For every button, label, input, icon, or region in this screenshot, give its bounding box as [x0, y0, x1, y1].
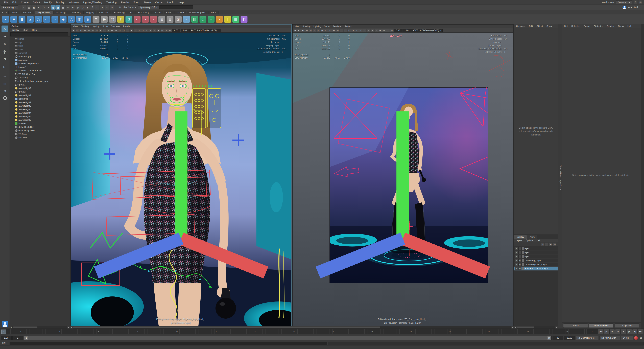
move-layer-up-icon[interactable]: ◨ — [541, 242, 544, 246]
quad-draw-icon[interactable]: ▦ — [232, 16, 239, 23]
playback-start-field[interactable]: 1 — [12, 336, 23, 340]
shelf-tab[interactable]: FX Caching — [135, 10, 152, 14]
render-current-frame-icon[interactable]: ◑ — [100, 5, 104, 10]
layer-visibility-toggle[interactable]: V — [515, 259, 518, 262]
current-time-field[interactable]: 1 — [587, 329, 598, 334]
attribute-editor-button[interactable]: Load Attributes — [589, 324, 614, 328]
menu-item[interactable]: Windows — [66, 1, 81, 4]
redo-icon[interactable]: ↷ — [42, 5, 46, 10]
bevel-icon[interactable]: ◇ — [200, 16, 206, 23]
expand-icon[interactable]: ▸ — [12, 133, 14, 135]
step-forward-key-button[interactable]: |▶ — [626, 329, 632, 334]
textured-icon[interactable]: ◐ — [134, 29, 137, 32]
expand-icon[interactable]: ▸ — [12, 84, 14, 86]
shelf-menu-icon[interactable]: ▾ — [1, 11, 4, 14]
shelf-tab[interactable]: XGen — [208, 10, 219, 14]
poly-cylinder-icon[interactable]: ▮ — [18, 16, 26, 23]
rotate-tool[interactable]: ↻ — [2, 56, 8, 62]
shelf-tab[interactable]: Rendering — [112, 10, 127, 14]
open-render-view-icon[interactable]: ◐ — [95, 5, 99, 10]
poly-sphere-icon[interactable]: ● — [2, 16, 9, 23]
wireframe-icon[interactable]: ◇ — [126, 29, 129, 32]
outliner-item[interactable]: camera1 — [10, 51, 70, 55]
view-transform-dropdown[interactable]: ACES 1.0 SDR-video (sRGB)▾ — [411, 29, 442, 32]
safe-action-icon[interactable]: □ — [118, 29, 122, 32]
outliner-item[interactable]: MICR06 — [10, 136, 70, 139]
viewport-menu-item[interactable]: Lighting — [90, 25, 101, 28]
sort-layers-icon[interactable]: ≡ — [545, 242, 548, 246]
outliner-hscrollbar[interactable]: ◀▶ — [10, 326, 70, 328]
safe-title-icon[interactable]: ▢ — [344, 29, 347, 32]
outliner-item[interactable]: MASH1_Transform_loc — [10, 69, 70, 72]
open-scene-icon[interactable]: ▨ — [27, 5, 31, 10]
layer-playback-toggle[interactable] — [518, 251, 522, 254]
menu-item[interactable]: Display — [54, 1, 66, 4]
step-forward-frame-button[interactable]: ▶| — [632, 329, 638, 334]
insert-edge-loop-icon[interactable]: ∥ — [224, 16, 231, 23]
sidebar-tab-channel-box[interactable]: Channel Box / Layer Editor — [558, 24, 562, 328]
layer-color-swatch[interactable] — [522, 267, 524, 270]
outliner-item[interactable]: MASH1 — [10, 122, 70, 125]
menu-item[interactable]: Create — [19, 1, 31, 4]
snap-view-plane-icon[interactable]: ◇ — [80, 5, 85, 10]
use-all-lights-icon[interactable]: ☀ — [138, 29, 141, 32]
menu-item[interactable]: Cache — [153, 1, 165, 4]
character-set-dropdown[interactable]: No Character Set▾ — [576, 336, 599, 340]
poly-pipe-icon[interactable]: ◫ — [76, 16, 83, 23]
paint-select-tool[interactable]: ≈ — [2, 40, 8, 47]
channel-box-menu-item[interactable]: Channels — [514, 25, 527, 27]
poly-pyramid-icon[interactable]: △ — [68, 16, 75, 23]
zoom-tool-icon[interactable] — [3, 96, 7, 100]
attribute-editor-menu-item[interactable]: Attributes — [592, 25, 605, 27]
outliner-filter-icon[interactable]: ▾ — [68, 33, 69, 35]
grid-icon[interactable]: ▦ — [99, 29, 102, 32]
extract-icon[interactable]: ⊠ — [175, 16, 182, 23]
shelf-tab[interactable]: Rigging — [84, 10, 96, 14]
outliner-item[interactable]: persp — [10, 37, 70, 40]
outliner-item[interactable]: ▸ tsk1:microphone_master_grp — [10, 80, 70, 83]
poly-disc-icon[interactable]: ○ — [51, 16, 58, 23]
command-language-toggle[interactable]: MEL — [0, 342, 9, 344]
attribute-editor-menu-item[interactable]: Show — [616, 25, 626, 27]
motion-blur-icon[interactable]: ≡ — [371, 29, 374, 32]
expand-icon[interactable]: ▸ — [12, 56, 14, 58]
menu-item[interactable]: Help — [176, 1, 186, 4]
outliner-item[interactable]: aiAreaLight6 — [10, 115, 70, 118]
attribute-editor-button[interactable]: Select — [563, 324, 588, 328]
layer-playback-toggle[interactable]: R — [518, 267, 522, 270]
time-slider[interactable]: 24681012141618202224262830 1 — [1, 329, 586, 334]
screen-space-ao-icon[interactable]: ◒ — [367, 29, 370, 32]
attribute-editor-menu-item[interactable]: List — [562, 25, 570, 27]
layer-editor-menu-item[interactable]: Layers — [514, 239, 524, 242]
outliner-menu-item[interactable]: Display — [10, 29, 21, 31]
channel-box-menu-item[interactable]: Edit — [527, 25, 534, 27]
layout-icon[interactable]: ◫ — [639, 0, 642, 4]
outliner-item[interactable]: ▸ TS:TS_Geo_Grp — [10, 72, 70, 76]
range-end-handle[interactable]: 30 — [548, 336, 551, 340]
film-gate-icon[interactable]: ▭ — [103, 29, 106, 32]
outliner-item[interactable]: aiAreaLight9 — [10, 86, 70, 90]
viewport-menu-item[interactable]: Show — [101, 25, 110, 28]
channel-box-menu-item[interactable]: Show — [545, 25, 554, 27]
layer-playback-toggle[interactable] — [518, 255, 522, 258]
grease-pencil-icon[interactable]: ◫ — [317, 29, 320, 32]
display-layer-row[interactable]: V layer2 — [514, 250, 558, 254]
outliner-item[interactable]: aiAreaLight4 — [10, 111, 70, 115]
move-tool[interactable]: ╬ — [2, 48, 8, 55]
bookmarks-icon[interactable]: ▤ — [84, 29, 87, 32]
new-layer-from-selected-icon[interactable]: ▥ — [553, 242, 556, 246]
poly-plane-icon[interactable]: ▭ — [43, 16, 50, 23]
viewport-menu-item[interactable]: View — [72, 25, 79, 28]
layer-color-swatch[interactable] — [522, 251, 524, 254]
viewport-menu-item[interactable]: Panels — [343, 25, 353, 28]
display-layer-row[interactable]: V R BodySuit_Details_Layer — [514, 266, 558, 270]
poly-cone-icon[interactable]: ▲ — [27, 16, 34, 23]
viewport-menu-item[interactable]: Show — [322, 25, 331, 28]
viewport-canvas-persp[interactable]: Verts:91505600Edges:184400000Faces:94614… — [71, 32, 291, 326]
snap-point-icon[interactable]: ● — [71, 5, 75, 10]
shelf-tab[interactable]: Surfaces — [21, 10, 34, 14]
extrude-icon[interactable]: ▤ — [191, 16, 198, 23]
combine-icon[interactable]: ⊞ — [158, 16, 165, 23]
play-forward-button[interactable]: ▶ — [621, 329, 626, 334]
viewport-hscrollbar[interactable]: ◀▶ — [70, 326, 514, 328]
